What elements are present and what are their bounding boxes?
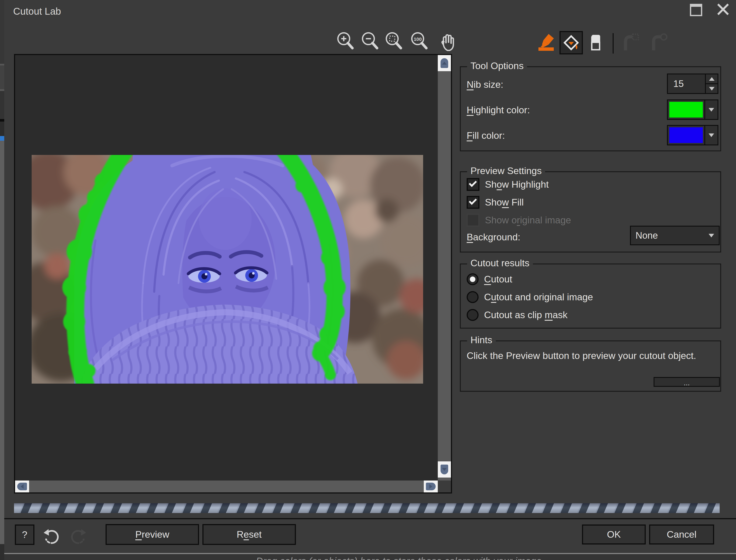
statusbar-hint: Drag colors (or objects) here to store t…: [256, 555, 542, 560]
highlighter-tool-button[interactable]: [535, 31, 558, 54]
add-detail-tool-button-disabled[interactable]: [619, 31, 642, 54]
horizontal-scrollbar[interactable]: [15, 481, 438, 492]
check-icon: [469, 197, 477, 205]
show-highlight-label[interactable]: Show Highlight: [485, 179, 549, 190]
hints-legend: Hints: [467, 335, 496, 346]
inside-fill-tool-button[interactable]: [559, 31, 583, 54]
cutout-clip-mask-radio[interactable]: [467, 309, 478, 321]
nib-size-value[interactable]: 15: [668, 74, 705, 93]
nib-size-spinner[interactable]: 15: [667, 74, 718, 94]
pan-button[interactable]: [436, 30, 457, 52]
preview-settings-legend: Preview Settings: [467, 165, 545, 176]
undo-icon: [40, 527, 61, 547]
zoom-in-button[interactable]: [335, 30, 357, 52]
remove-detail-tool-button-disabled[interactable]: [647, 31, 670, 54]
maximize-button[interactable]: [690, 4, 703, 17]
window-title: Cutout Lab: [13, 6, 61, 17]
close-button[interactable]: [716, 3, 729, 15]
scroll-left-button[interactable]: [15, 481, 29, 492]
hints-more-button[interactable]: ...: [654, 377, 720, 387]
show-fill-label[interactable]: Show Fill: [485, 197, 524, 208]
fill-color-picker[interactable]: [667, 125, 718, 145]
check-icon: [469, 179, 477, 187]
scroll-down-button[interactable]: [438, 461, 451, 478]
tool-options-legend: Tool Options: [467, 60, 527, 71]
highlight-color-swatch[interactable]: [669, 102, 703, 118]
up-arrow-icon: [709, 77, 715, 81]
zoom-100-button[interactable]: 100: [409, 30, 430, 52]
zoom-out-icon: [360, 31, 380, 51]
dropdown-arrow-icon: [709, 108, 714, 112]
progress-bar: [14, 503, 720, 513]
show-fill-checkbox[interactable]: [467, 196, 479, 209]
pan-hand-icon: [436, 31, 457, 51]
scroll-down-icon: [440, 465, 448, 474]
svg-text:100: 100: [413, 36, 421, 42]
scroll-up-icon: [440, 58, 448, 68]
vertical-scrollbar[interactable]: [438, 55, 451, 482]
nib-size-decrement[interactable]: [706, 83, 718, 93]
hints-group: Hints Click the Preview button to previe…: [460, 340, 721, 392]
cancel-button[interactable]: Cancel: [649, 525, 714, 544]
eraser-icon: [587, 33, 606, 52]
dropdown-arrow-icon: [709, 133, 714, 137]
highlight-color-label: Highlight color:: [467, 105, 530, 116]
show-original-image-checkbox[interactable]: [467, 214, 479, 227]
scroll-right-icon: [426, 483, 436, 490]
help-button[interactable]: ?: [15, 525, 34, 545]
hint-text: Click the Preview button to preview your…: [467, 349, 713, 363]
maximize-icon: [690, 4, 702, 16]
add-detail-icon: [620, 32, 641, 53]
preview-image[interactable]: [32, 155, 423, 384]
footer-separator: [4, 518, 736, 519]
background-label: Background:: [467, 232, 520, 243]
scroll-right-button[interactable]: [424, 481, 438, 492]
background-app-edge: [0, 0, 4, 560]
dropdown-arrow-icon: [709, 234, 714, 237]
show-highlight-checkbox[interactable]: [467, 178, 479, 191]
fill-color-dropdown[interactable]: [704, 126, 718, 145]
background-dropdown[interactable]: None: [630, 226, 720, 245]
fill-color-label: Fill color:: [467, 130, 505, 141]
scroll-left-icon: [17, 483, 27, 490]
highlight-color-dropdown[interactable]: [704, 100, 718, 119]
undo-button[interactable]: [40, 527, 61, 548]
zoom-to-fit-button[interactable]: [383, 30, 405, 52]
cutout-clip-mask-radio-label[interactable]: Cutout as clip mask: [484, 309, 567, 320]
nib-size-label: Nib size:: [467, 79, 503, 90]
zoom-out-button[interactable]: [360, 30, 381, 52]
cutout-and-original-radio-label[interactable]: Cutout and original image: [484, 292, 593, 303]
close-icon: [716, 3, 730, 16]
fill-color-swatch[interactable]: [669, 127, 703, 143]
remove-detail-icon: [648, 32, 669, 53]
statusbar: Drag colors (or objects) here to store t…: [4, 554, 736, 560]
cutout-radio[interactable]: [467, 273, 478, 285]
zoom-100-icon: 100: [409, 31, 430, 51]
nib-size-increment[interactable]: [706, 74, 718, 83]
scrollbar-corner: [438, 481, 451, 492]
cutout-radio-label[interactable]: Cutout: [484, 274, 512, 285]
cutout-results-legend: Cutout results: [467, 258, 533, 269]
scroll-up-button[interactable]: [438, 55, 451, 71]
inside-fill-icon: [561, 33, 581, 52]
redo-icon: [69, 527, 89, 547]
toolbar-separator: [613, 33, 614, 54]
highlight-color-picker[interactable]: [667, 99, 718, 120]
zoom-in-icon: [336, 31, 356, 51]
ok-button[interactable]: OK: [582, 525, 646, 544]
redo-button-disabled[interactable]: [69, 527, 89, 548]
zoom-to-fit-icon: [384, 31, 404, 51]
reset-button[interactable]: Reset: [203, 524, 296, 545]
preview-canvas[interactable]: [14, 54, 452, 493]
cutout-results-group: Cutout results Cutout Cutout and origina…: [460, 264, 721, 329]
background-value: None: [635, 230, 658, 241]
cutout-and-original-radio[interactable]: [467, 291, 478, 303]
accent-tick: [0, 136, 4, 141]
cutout-lab-dialog: Cutout Lab 100: [0, 0, 736, 560]
preview-button[interactable]: Preview: [106, 524, 199, 545]
down-arrow-icon: [709, 87, 715, 91]
highlighter-icon: [536, 32, 557, 53]
show-original-image-label[interactable]: Show original image: [485, 215, 571, 226]
eraser-tool-button[interactable]: [585, 31, 608, 54]
